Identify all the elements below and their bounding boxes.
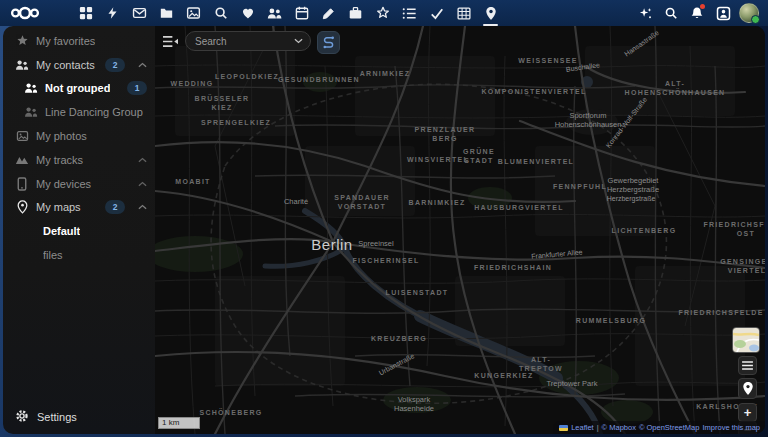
unified-search-icon[interactable] bbox=[658, 0, 684, 26]
notification-dot bbox=[700, 4, 705, 9]
sidebar-item-label: My contacts bbox=[36, 59, 95, 71]
photos-icon[interactable] bbox=[180, 0, 207, 26]
star-icon bbox=[15, 34, 29, 48]
osm-link[interactable]: © OpenStreetMap bbox=[639, 423, 700, 432]
map-pin-icon bbox=[15, 200, 29, 214]
attribution-separator: | bbox=[597, 423, 599, 432]
locate-me-button[interactable] bbox=[738, 378, 757, 399]
notifications-bell-icon[interactable] bbox=[684, 0, 710, 26]
map-search-box bbox=[185, 31, 311, 51]
dashboard-icon[interactable] bbox=[72, 0, 99, 26]
tracks-icon bbox=[15, 153, 29, 167]
map-menu-button[interactable] bbox=[738, 356, 757, 375]
tasks-check-icon[interactable] bbox=[423, 0, 450, 26]
sidebar-item-label: Not grouped bbox=[45, 82, 110, 94]
status-online-dot bbox=[751, 15, 760, 24]
collectives-icon[interactable] bbox=[369, 0, 396, 26]
layers-control-thumbnail[interactable] bbox=[732, 327, 760, 353]
zoom-in-button[interactable]: + bbox=[738, 403, 757, 422]
settings-button[interactable]: Settings bbox=[3, 400, 155, 434]
tables-icon[interactable] bbox=[450, 0, 477, 26]
mapbox-link[interactable]: © Mapbox bbox=[602, 423, 636, 432]
top-header-bar bbox=[0, 0, 768, 26]
deck-icon[interactable] bbox=[342, 0, 369, 26]
maps-icon[interactable] bbox=[477, 0, 504, 26]
photos-icon bbox=[15, 129, 29, 143]
sidebar-item-label: Default bbox=[43, 225, 80, 237]
sidebar-item-default-map[interactable]: Default bbox=[3, 219, 155, 243]
user-avatar[interactable] bbox=[736, 0, 762, 26]
sidebar-item-my-photos[interactable]: My photos bbox=[3, 124, 155, 148]
list-icon[interactable] bbox=[396, 0, 423, 26]
assistant-sparkles-icon[interactable] bbox=[632, 0, 658, 26]
sidebar-item-label: Line Dancing Group bbox=[45, 106, 143, 118]
sidebar-item-my-devices[interactable]: My devices bbox=[3, 172, 155, 196]
header-right-strip bbox=[632, 0, 762, 26]
contacts-menu-icon[interactable] bbox=[710, 0, 736, 26]
maps-sidebar: My favorites My contacts 2 Not grouped 1… bbox=[3, 26, 155, 434]
search-app-icon[interactable] bbox=[207, 0, 234, 26]
sidebar-item-label: My photos bbox=[36, 130, 87, 142]
locate-pin-icon bbox=[742, 381, 754, 396]
chevron-up-icon[interactable] bbox=[138, 62, 147, 68]
chevron-up-icon[interactable] bbox=[138, 204, 147, 210]
leaflet-flag-icon bbox=[559, 425, 568, 431]
notes-icon[interactable] bbox=[315, 0, 342, 26]
sidebar-item-files-map[interactable]: files bbox=[3, 243, 155, 267]
map-tiles bbox=[155, 26, 765, 434]
counter-badge: 1 bbox=[127, 81, 147, 95]
routing-button[interactable] bbox=[317, 31, 340, 54]
menu-list-icon bbox=[742, 361, 753, 370]
sidebar-item-label: My favorites bbox=[36, 35, 95, 47]
counter-badge: 2 bbox=[105, 200, 125, 214]
sidebar-item-label: My tracks bbox=[36, 154, 83, 166]
chevron-down-icon[interactable] bbox=[294, 38, 303, 44]
map-scale-bar: 1 km bbox=[158, 417, 200, 429]
route-icon bbox=[322, 36, 336, 50]
sidebar-item-label: files bbox=[43, 249, 63, 261]
contacts-icon bbox=[24, 81, 38, 95]
activity-icon[interactable] bbox=[99, 0, 126, 26]
sidebar-item-label: My devices bbox=[36, 178, 91, 190]
sidebar-toggle-icon[interactable] bbox=[162, 34, 180, 50]
files-icon[interactable] bbox=[153, 0, 180, 26]
chevron-up-icon[interactable] bbox=[138, 157, 147, 163]
gear-icon bbox=[15, 409, 29, 425]
sidebar-item-my-contacts[interactable]: My contacts 2 bbox=[3, 53, 155, 77]
leaflet-link[interactable]: Leaflet bbox=[571, 423, 594, 432]
contacts-icon bbox=[15, 58, 29, 72]
improve-map-link[interactable]: Improve this map bbox=[702, 423, 760, 432]
sidebar-item-not-grouped[interactable]: Not grouped 1 bbox=[3, 77, 155, 101]
sidebar-item-label: My maps bbox=[36, 201, 81, 213]
sidebar-item-my-maps[interactable]: My maps 2 bbox=[3, 196, 155, 220]
sidebar-item-line-dancing-group[interactable]: Line Dancing Group bbox=[3, 100, 155, 124]
calendar-icon[interactable] bbox=[288, 0, 315, 26]
heart-icon[interactable] bbox=[234, 0, 261, 26]
sidebar-item-my-tracks[interactable]: My tracks bbox=[3, 148, 155, 172]
devices-icon bbox=[15, 177, 29, 191]
map-canvas[interactable]: BerlinWEDDINGLEOPOLDKIEZGESUNDBRUNNENARN… bbox=[155, 26, 765, 434]
mail-icon[interactable] bbox=[126, 0, 153, 26]
settings-label: Settings bbox=[37, 411, 77, 423]
counter-badge: 2 bbox=[105, 58, 125, 72]
search-input[interactable] bbox=[193, 35, 290, 48]
app-content: My favorites My contacts 2 Not grouped 1… bbox=[3, 26, 765, 434]
contacts-app-icon[interactable] bbox=[261, 0, 288, 26]
nextcloud-logo[interactable] bbox=[10, 5, 40, 21]
sidebar-spacer bbox=[3, 267, 155, 400]
chevron-up-icon[interactable] bbox=[138, 181, 147, 187]
sidebar-item-my-favorites[interactable]: My favorites bbox=[3, 29, 155, 53]
map-attribution: Leaflet | © Mapbox © OpenStreetMap Impro… bbox=[553, 421, 765, 434]
app-navigation-strip bbox=[72, 0, 504, 26]
contacts-icon bbox=[24, 105, 38, 119]
